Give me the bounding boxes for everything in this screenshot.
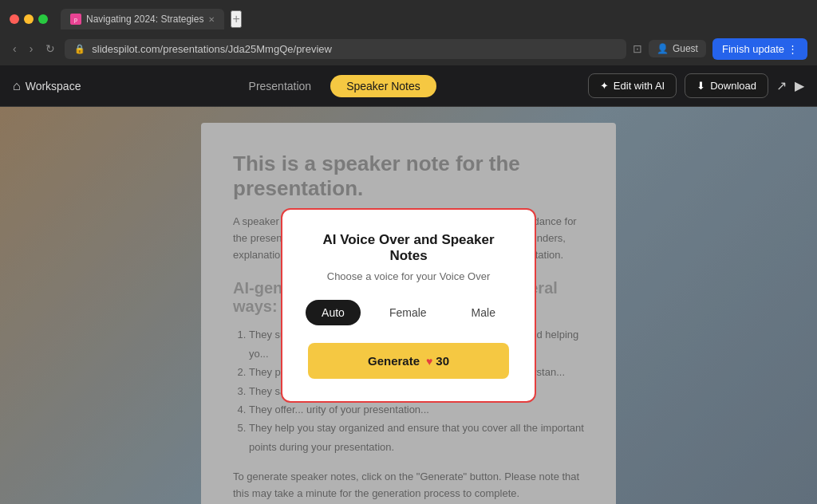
workspace-button[interactable]: ⌂ Workspace [13,79,81,93]
home-icon: ⌂ [13,79,21,93]
heart-icon: ♥ [426,355,432,368]
ai-icon: ✦ [600,80,609,92]
tab-presentation[interactable]: Presentation [233,75,328,97]
svg-text:p: p [74,17,77,23]
traffic-light-green[interactable] [38,14,48,24]
new-tab-button[interactable]: + [231,10,241,28]
generate-label: Generate [368,354,420,368]
download-icon: ⬇ [697,80,705,92]
guest-icon: 👤 [657,43,669,54]
refresh-button[interactable]: ↻ [42,39,58,58]
voice-male-button[interactable]: Male [456,300,511,325]
tab-favicon: p [70,14,81,25]
tab-title: Navigating 2024: Strategies [86,14,203,25]
share-button[interactable]: ↗ [776,78,787,93]
sidebar-toggle-button[interactable]: ⊡ [633,42,642,55]
tab-close-icon[interactable]: ✕ [208,15,215,24]
guest-label: Guest [673,43,698,54]
app-header: ⌂ Workspace Presentation Speaker Notes ✦… [0,65,817,107]
main-content: This is a speaker note for the presentat… [0,107,817,504]
chevron-down-icon: ⋮ [787,43,798,55]
finish-update-button[interactable]: Finish update ⋮ [712,38,807,60]
modal-overlay: AI Voice Over and Speaker Notes Choose a… [0,107,817,504]
address-bar[interactable]: 🔒 slidespilot.com/presentations/Jda25Mmg… [65,39,626,59]
heart-count: ♥ 30 [426,354,449,368]
lock-icon: 🔒 [74,44,85,54]
guest-button[interactable]: 👤 Guest [649,40,706,57]
voice-modal: AI Voice Over and Speaker Notes Choose a… [281,208,536,403]
traffic-light-yellow[interactable] [24,14,34,24]
voice-female-button[interactable]: Female [373,300,443,325]
tab-speaker-notes[interactable]: Speaker Notes [330,75,436,97]
play-button[interactable]: ▶ [795,78,804,93]
download-button[interactable]: ⬇ Download [685,73,768,98]
back-button[interactable]: ‹ [10,39,20,58]
header-tabs: Presentation Speaker Notes [81,75,587,97]
edit-with-ai-button[interactable]: ✦ Edit with AI [588,73,677,98]
modal-subtitle: Choose a voice for your Voice Over [308,270,509,282]
traffic-light-red[interactable] [10,14,19,24]
modal-title: AI Voice Over and Speaker Notes [308,232,509,264]
url-text: slidespilot.com/presentations/Jda25MmgQe… [92,43,332,55]
generate-button[interactable]: Generate ♥ 30 [308,343,509,379]
browser-tab[interactable]: p Navigating 2024: Strategies ✕ [61,9,224,30]
voice-options: Auto Female Male [308,300,509,325]
workspace-label: Workspace [26,80,81,93]
header-actions: ✦ Edit with AI ⬇ Download ↗ ▶ [588,73,804,98]
finish-update-label: Finish update [722,43,784,55]
forward-button[interactable]: › [26,39,37,58]
voice-auto-button[interactable]: Auto [306,300,361,325]
